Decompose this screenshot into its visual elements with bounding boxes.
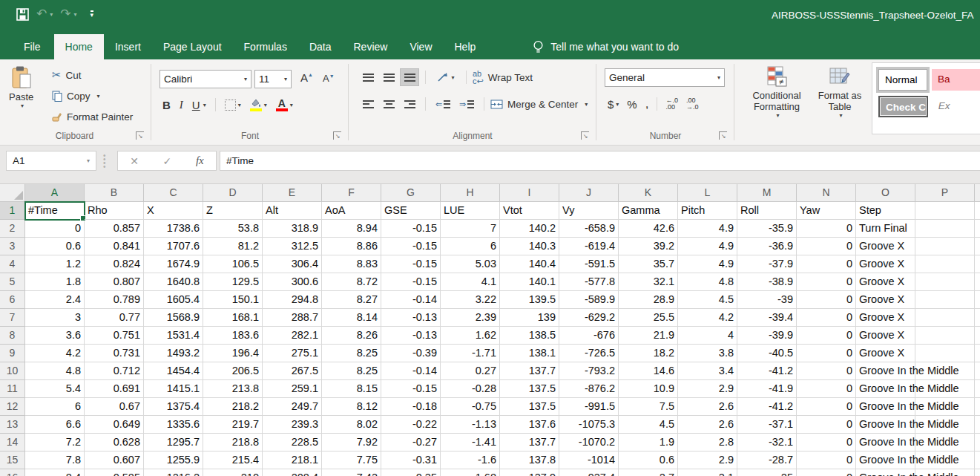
cell-K3[interactable]: 39.2 [619,238,678,255]
cell-A14[interactable]: 7.2 [25,434,85,451]
row-header-11[interactable]: 11 [0,380,25,398]
cell-I6[interactable]: 139.5 [500,291,559,309]
cell-H15[interactable]: -1.6 [441,451,500,469]
cell-K4[interactable]: 35.7 [619,255,678,273]
cell-G13[interactable]: -0.22 [381,416,441,434]
cell-P3[interactable] [915,238,975,255]
cell-A4[interactable]: 1.2 [25,255,85,273]
cell-M4[interactable]: -37.9 [737,255,797,273]
column-header-L[interactable]: L [678,184,737,202]
cell-M3[interactable]: -36.9 [737,238,797,255]
format-painter-button[interactable]: Format Painter [52,108,133,125]
cell-M6[interactable]: -39 [737,291,797,309]
cell-A5[interactable]: 1.8 [25,273,85,291]
cell-E2[interactable]: 318.9 [263,220,322,238]
tab-file[interactable]: File [10,34,54,59]
column-header-N[interactable]: N [797,184,856,202]
column-header-P[interactable]: P [915,184,975,202]
row-header-4[interactable]: 4 [0,255,25,273]
cell-F6[interactable]: 8.27 [322,291,381,309]
cell-H13[interactable]: -1.13 [441,416,500,434]
cell-G4[interactable]: -0.15 [381,255,441,273]
cell-H3[interactable]: 6 [441,238,500,255]
cell-D6[interactable]: 150.1 [203,291,263,309]
cell-I9[interactable]: 138.1 [500,345,559,362]
cell-N11[interactable]: 0 [797,380,856,398]
cell-D11[interactable]: 213.8 [203,380,263,398]
cell-D4[interactable]: 106.5 [203,255,263,273]
cell-P12[interactable] [915,398,975,416]
cell-C15[interactable]: 1255.9 [144,451,203,469]
cell-F12[interactable]: 8.12 [322,398,381,416]
cell-K12[interactable]: 7.5 [619,398,678,416]
row-header-1[interactable]: 1 [0,202,25,220]
cell-N15[interactable]: 0 [797,451,856,469]
cell-L2[interactable]: 4.9 [678,220,737,238]
column-header-O[interactable]: O [856,184,915,202]
align-center-icon[interactable] [379,95,398,113]
cell-L10[interactable]: 3.4 [678,362,737,380]
cell-J11[interactable]: -876.2 [559,380,619,398]
cell-K1[interactable]: Gamma [619,202,678,220]
cell-K2[interactable]: 42.6 [619,220,678,238]
merge-center-button[interactable]: Merge & Center ▾ [490,95,588,113]
cell-L13[interactable]: 2.6 [678,416,737,434]
cell-N6[interactable]: 0 [797,291,856,309]
paste-button[interactable]: Paste ▾ [9,65,33,109]
tab-page-layout[interactable]: Page Layout [152,34,233,59]
row-header-12[interactable]: 12 [0,398,25,416]
cell-K7[interactable]: 25.5 [619,309,678,327]
cell-P8[interactable] [915,327,975,345]
cell-C10[interactable]: 1454.4 [144,362,203,380]
italic-button[interactable]: I [180,99,183,111]
cell-P6[interactable] [915,291,975,309]
cell-H8[interactable]: 1.62 [441,327,500,345]
cell-B3[interactable]: 0.841 [85,238,144,255]
wrap-text-button[interactable]: abc↩ Wrap Text [473,68,533,86]
font-size-combo[interactable]: 11 ▾ [254,70,292,88]
cell-D9[interactable]: 196.4 [203,345,263,362]
cell-I13[interactable]: 137.6 [500,416,559,434]
align-middle-icon[interactable] [379,68,398,86]
cell-O12[interactable]: Groove In the Middle [856,398,915,416]
redo-icon[interactable]: ↷ [60,6,70,22]
row-header-8[interactable]: 8 [0,327,25,345]
cell-K6[interactable]: 28.9 [619,291,678,309]
cell-J9[interactable]: -726.5 [559,345,619,362]
cell-D5[interactable]: 129.5 [203,273,263,291]
cell-C2[interactable]: 1738.6 [144,220,203,238]
cell-I3[interactable]: 140.3 [500,238,559,255]
format-as-table-button[interactable]: Format as Table ▾ [814,65,866,119]
row-header-14[interactable]: 14 [0,434,25,451]
cell-K10[interactable]: 14.6 [619,362,678,380]
cell-O5[interactable]: Groove X [856,273,915,291]
cell-D10[interactable]: 206.5 [203,362,263,380]
cell-H10[interactable]: 0.27 [441,362,500,380]
column-header-B[interactable]: B [85,184,144,202]
cell-D8[interactable]: 183.6 [203,327,263,345]
cell-P2[interactable] [915,220,975,238]
alignment-dialog-launcher-icon[interactable]: ↘ [581,131,589,140]
cell-L8[interactable]: 4 [678,327,737,345]
cell-H6[interactable]: 3.22 [441,291,500,309]
column-header-E[interactable]: E [263,184,322,202]
row-header-9[interactable]: 9 [0,345,25,362]
comma-style-button[interactable]: , [645,97,649,111]
increase-indent-button[interactable]: ⇒ [456,95,478,113]
undo-icon[interactable]: ↶ [36,6,47,22]
cell-A12[interactable]: 6 [25,398,85,416]
cell-E3[interactable]: 312.5 [263,238,322,255]
decrease-decimal-button[interactable]: .00→.0 [686,97,699,111]
cell-B5[interactable]: 0.807 [85,273,144,291]
cell-O2[interactable]: Turn Final [856,220,915,238]
cell-B4[interactable]: 0.824 [85,255,144,273]
enter-icon[interactable]: ✓ [163,155,172,167]
cell-G9[interactable]: -0.39 [381,345,441,362]
cell-O13[interactable]: Groove In the Middle [856,416,915,434]
cell-B11[interactable]: 0.691 [85,380,144,398]
number-dialog-launcher-icon[interactable]: ↘ [719,131,727,140]
font-name-combo[interactable]: Calibri ▾ [160,70,251,88]
cell-J5[interactable]: -577.8 [559,273,619,291]
cell-H5[interactable]: 4.1 [441,273,500,291]
cell-O3[interactable]: Groove X [856,238,915,255]
